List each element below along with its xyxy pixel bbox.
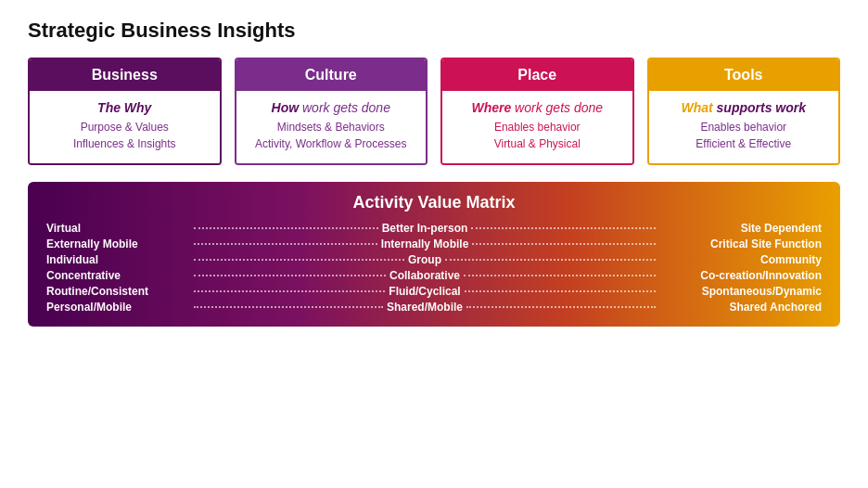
card-culture: Culture How work gets done Mindsets & Be… <box>235 58 428 165</box>
matrix-row: Personal/Mobile Shared/Mobile Shared Anc… <box>46 301 822 314</box>
matrix-dots-right-4 <box>465 290 656 292</box>
matrix-center-1: Internally Mobile <box>381 238 469 250</box>
matrix-row: Externally Mobile Internally Mobile Crit… <box>46 238 822 250</box>
matrix-row: Concentrative Collaborative Co-creation/… <box>46 269 822 282</box>
card-business-line1: Purpose & Values <box>41 119 209 135</box>
matrix-dots-left-0 <box>194 227 378 229</box>
matrix-dots-right-3 <box>464 275 656 276</box>
card-place-body: Where work gets done Enables behavior Vi… <box>442 91 632 163</box>
matrix-center-4: Fluid/Cyclical <box>389 285 460 298</box>
matrix-dots-right-5 <box>466 306 656 308</box>
cards-row: Business The Why Purpose & Values Influe… <box>28 58 840 165</box>
card-culture-bold: How <box>272 100 300 115</box>
card-culture-body: How work gets done Mindsets & Behaviors … <box>236 91 427 163</box>
matrix-right-5: Shared Anchored <box>659 301 822 314</box>
matrix-row: Individual Group Community <box>46 253 822 266</box>
card-tools: Tools What supports work Enables behavio… <box>647 58 841 165</box>
matrix-center-3: Collaborative <box>389 269 460 282</box>
card-business-body: The Why Purpose & Values Influences & In… <box>30 91 220 163</box>
matrix-title: Activity Value Matrix <box>46 193 822 212</box>
card-place-header: Place <box>442 59 632 91</box>
matrix-section: Activity Value Matrix Virtual Better In-… <box>28 182 840 327</box>
card-tools-line2: Efficient & Effective <box>660 135 828 152</box>
matrix-left-4: Routine/Consistent <box>46 285 190 298</box>
card-place-bold: Where <box>471 100 511 115</box>
matrix-right-1: Critical Site Function <box>659 238 822 250</box>
card-culture-line2: Activity, Workflow & Processes <box>248 135 415 152</box>
card-culture-line1: Mindsets & Behaviors <box>248 119 415 135</box>
card-place-line2: Virtual & Physical <box>453 135 621 152</box>
matrix-rows: Virtual Better In-person Site Dependent … <box>46 222 822 314</box>
matrix-right-3: Co-creation/Innovation <box>659 269 822 282</box>
matrix-center-0: Better In-person <box>382 222 468 235</box>
card-culture-header: Culture <box>236 59 427 91</box>
matrix-row: Virtual Better In-person Site Dependent <box>46 222 822 235</box>
card-culture-rest: work gets done <box>299 100 390 115</box>
matrix-right-4: Spontaneous/Dynamic <box>659 285 822 298</box>
matrix-row: Routine/Consistent Fluid/Cyclical Sponta… <box>46 285 822 298</box>
matrix-left-3: Concentrative <box>46 269 190 282</box>
card-tools-rest: supports work <box>713 100 806 115</box>
card-tools-line1: Enables behavior <box>660 119 828 135</box>
page-title: Strategic Business Insights <box>28 19 840 43</box>
matrix-center-2: Group <box>408 253 441 266</box>
matrix-dots-right-1 <box>472 243 656 245</box>
page: Strategic Business Insights Business The… <box>0 0 868 488</box>
card-place-title: Where work gets done <box>453 100 621 115</box>
matrix-dots-left-4 <box>194 290 385 292</box>
card-business: Business The Why Purpose & Values Influe… <box>28 58 222 165</box>
matrix-dots-left-2 <box>194 259 404 261</box>
matrix-right-2: Community <box>659 253 822 266</box>
card-place: Place Where work gets done Enables behav… <box>440 58 634 165</box>
matrix-dots-left-1 <box>194 243 377 245</box>
matrix-left-1: Externally Mobile <box>46 238 190 250</box>
matrix-right-0: Site Dependent <box>659 222 822 235</box>
card-tools-header: Tools <box>649 59 839 91</box>
matrix-dots-right-0 <box>471 227 656 229</box>
card-business-title: The Why <box>41 100 209 115</box>
matrix-dots-right-2 <box>445 259 656 261</box>
matrix-left-0: Virtual <box>46 222 190 235</box>
card-business-line2: Influences & Insights <box>41 135 209 152</box>
matrix-left-2: Individual <box>46 253 190 266</box>
card-place-line1: Enables behavior <box>453 119 621 135</box>
matrix-left-5: Personal/Mobile <box>46 301 190 314</box>
card-business-header: Business <box>30 59 220 91</box>
matrix-dots-left-5 <box>194 306 383 308</box>
matrix-dots-left-3 <box>194 275 386 276</box>
card-culture-title: How work gets done <box>248 100 415 115</box>
matrix-center-5: Shared/Mobile <box>387 301 463 314</box>
card-tools-bold: What <box>681 100 712 115</box>
card-tools-body: What supports work Enables behavior Effi… <box>649 91 839 163</box>
card-tools-title: What supports work <box>660 100 828 115</box>
card-place-rest: work gets done <box>511 100 603 115</box>
